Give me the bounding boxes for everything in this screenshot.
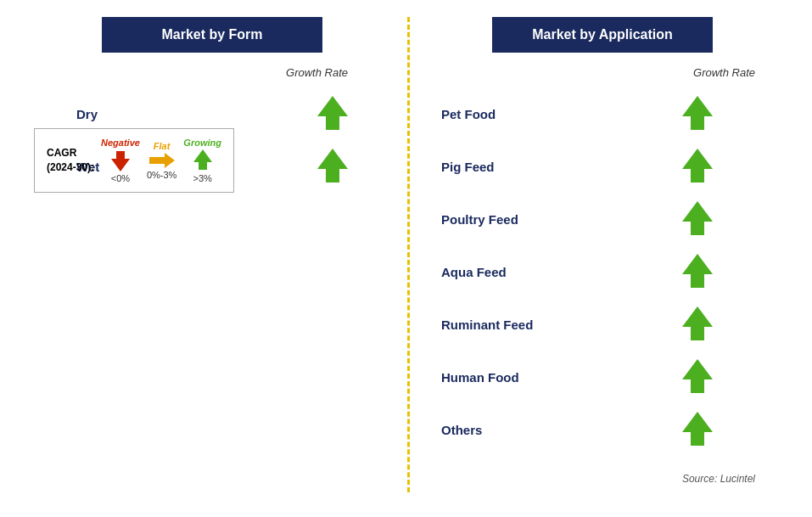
dry-arrow-up-icon bbox=[317, 96, 348, 132]
human-food-arrow-icon bbox=[682, 359, 713, 395]
aqua-feed-arrow-icon bbox=[682, 254, 713, 289]
negative-label: Negative bbox=[101, 138, 140, 148]
pig-feed-row: Pig Feed bbox=[441, 140, 713, 193]
poultry-feed-arrow-icon bbox=[682, 201, 713, 237]
growing-label: Growing bbox=[183, 138, 221, 148]
growing-value: >3% bbox=[193, 173, 212, 183]
legend-flat: Flat 0%-3% bbox=[147, 141, 176, 180]
legend-box: CAGR(2024-30): Negative <0% Flat 0%-3% G… bbox=[34, 128, 234, 193]
others-label: Others bbox=[441, 423, 482, 437]
growing-arrow-icon bbox=[193, 149, 212, 171]
cagr-label: CAGR(2024-30): bbox=[47, 146, 94, 175]
legend-growing: Growing >3% bbox=[183, 138, 221, 183]
human-food-row: Human Food bbox=[441, 351, 713, 403]
aqua-feed-row: Aqua Feed bbox=[441, 245, 713, 298]
pig-feed-label: Pig Feed bbox=[441, 160, 495, 174]
left-panel: Market by Form Growth Rate Dry Wet CAGR(… bbox=[25, 17, 399, 193]
main-container: Market by Form Growth Rate Dry Wet CAGR(… bbox=[0, 0, 812, 517]
pet-food-row: Pet Food bbox=[441, 87, 713, 140]
others-row: Others bbox=[441, 403, 713, 456]
ruminant-feed-row: Ruminant Feed bbox=[441, 298, 713, 351]
flat-value: 0%-3% bbox=[147, 170, 176, 180]
pig-feed-arrow-icon bbox=[682, 149, 713, 184]
right-panel-header: Market by Application bbox=[492, 17, 713, 53]
negative-value: <0% bbox=[111, 173, 130, 183]
right-panel: Market by Application Growth Rate Pet Fo… bbox=[418, 17, 787, 485]
wet-arrow-up-icon bbox=[317, 149, 348, 184]
dry-label: Dry bbox=[76, 107, 98, 121]
left-panel-header: Market by Form bbox=[102, 17, 322, 53]
ruminant-feed-arrow-icon bbox=[682, 306, 713, 342]
poultry-feed-row: Poultry Feed bbox=[441, 193, 713, 245]
pet-food-label: Pet Food bbox=[441, 107, 496, 121]
flat-label: Flat bbox=[154, 141, 171, 151]
left-growth-rate-label: Growth Rate bbox=[76, 66, 348, 79]
poultry-feed-label: Poultry Feed bbox=[441, 212, 518, 227]
others-arrow-icon bbox=[682, 412, 713, 447]
pet-food-arrow-icon bbox=[682, 96, 713, 132]
human-food-label: Human Food bbox=[441, 370, 519, 385]
flat-arrow-icon bbox=[149, 153, 175, 168]
negative-arrow-icon bbox=[111, 149, 130, 171]
ruminant-feed-label: Ruminant Feed bbox=[441, 318, 533, 332]
source-text: Source: Lucintel bbox=[450, 456, 755, 485]
aqua-feed-label: Aqua Feed bbox=[441, 265, 507, 279]
vertical-divider bbox=[407, 17, 410, 492]
right-items-container: Pet Food Pig Feed Poultry Feed Aqua Feed… bbox=[441, 87, 764, 456]
legend-negative: Negative <0% bbox=[101, 138, 140, 183]
right-growth-rate-label: Growth Rate bbox=[450, 66, 755, 79]
